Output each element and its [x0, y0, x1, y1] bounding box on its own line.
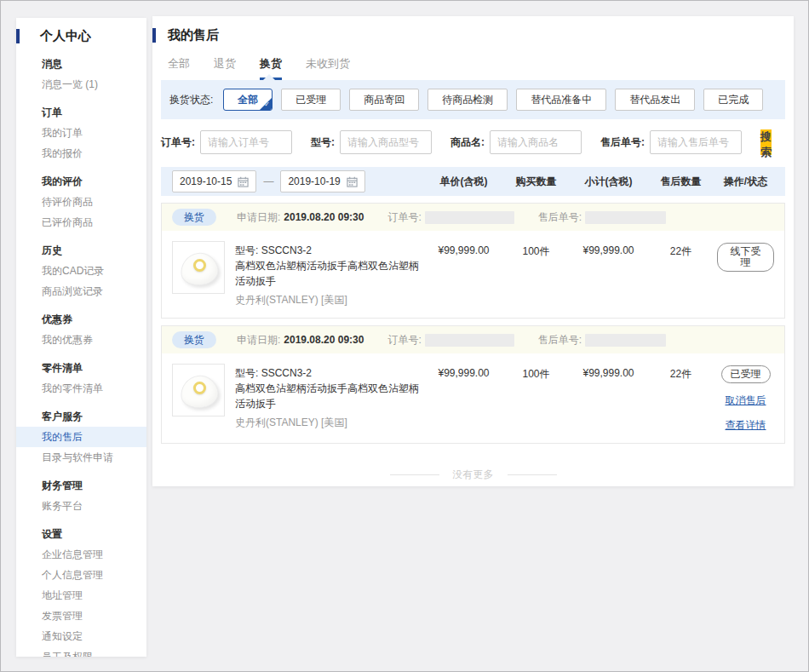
sidebar-section-customer-service: 客户服务 [16, 399, 146, 427]
order-card-body: 型号: SSCCN3-2 高档双色沾塑柄活动扳手高档双色沾塑柄活动扳手 史丹利(… [162, 231, 784, 318]
status-chip-pending-inspection[interactable]: 待商品检测 [427, 89, 508, 111]
unit-price-value: ¥99,999.00 [427, 241, 500, 256]
order-no-group: 订单号: [161, 130, 292, 154]
mask-valve-shape [193, 259, 206, 272]
sidebar-item-my-quotes[interactable]: 我的报价 [16, 143, 146, 164]
service-no-redacted [585, 211, 666, 224]
sidebar-item-address-mgmt[interactable]: 地址管理 [16, 585, 146, 606]
no-more-text: 没有更多 [453, 468, 494, 482]
product-name[interactable]: 高档双色沾塑柄活动扳手高档双色沾塑柄活动扳手 [235, 381, 427, 411]
sidebar-item-cad-history[interactable]: 我的CAD记录 [16, 261, 146, 281]
product-info: 型号: SSCCN3-2 高档双色沾塑柄活动扳手高档双色沾塑柄活动扳手 史丹利(… [235, 364, 427, 430]
sidebar-item-my-aftersales[interactable]: 我的售后 [16, 427, 146, 447]
active-tab-pointer [263, 74, 275, 80]
order-no-input[interactable] [200, 130, 292, 154]
view-details-link[interactable]: 查看详情 [717, 418, 774, 433]
sidebar-item-my-coupons[interactable]: 我的优惠券 [16, 330, 146, 350]
header-aftersales-qty: 售后数量 [645, 175, 717, 189]
sidebar-item-my-parts-list[interactable]: 我的零件清单 [16, 378, 146, 399]
cancel-aftersales-link[interactable]: 取消售后 [717, 393, 774, 408]
exchange-type-badge: 换货 [172, 209, 216, 226]
calendar-icon [238, 176, 249, 187]
product-brand: 史丹利(STANLEY) [美国] [235, 415, 427, 430]
sidebar-item-billing-platform[interactable]: 账务平台 [16, 496, 146, 516]
product-cell: 型号: SSCCN3-2 高档双色沾塑柄活动扳手高档双色沾塑柄活动扳手 史丹利(… [172, 241, 427, 307]
purchase-qty-value: 100件 [500, 364, 572, 382]
order-no-label: 订单号: [161, 135, 195, 150]
product-name[interactable]: 高档双色沾塑柄活动扳手高档双色沾塑柄活动扳手 [235, 258, 427, 289]
product-model-line: 型号: SSCCN3-2 [235, 365, 427, 381]
sidebar-item-message-list[interactable]: 消息一览 (1) [16, 74, 146, 95]
calendar-icon [347, 176, 358, 187]
service-no-label: 售后单号: [600, 135, 645, 150]
end-date-picker[interactable]: 2019-10-19 [280, 170, 364, 192]
date-range: 2019-10-15 — 2019-10-19 [172, 170, 427, 192]
status-badge: 已受理 [721, 365, 771, 383]
sidebar-item-company-info[interactable]: 企业信息管理 [16, 544, 146, 565]
status-chip-accepted[interactable]: 已受理 [281, 89, 341, 111]
sidebar-item-done-reviews[interactable]: 已评价商品 [16, 212, 146, 233]
apply-date-group: 申请日期: 2019.08.20 09:30 [237, 333, 364, 347]
service-no-redacted [585, 334, 666, 347]
product-name-input[interactable] [490, 130, 582, 154]
sidebar-item-my-orders[interactable]: 我的订单 [16, 123, 146, 143]
service-no-group: 售后单号: [538, 210, 666, 225]
product-image[interactable] [172, 241, 225, 294]
tab-not-received[interactable]: 未收到货 [306, 56, 350, 80]
model-value: SSCCN3-2 [261, 367, 312, 379]
status-chip-returned[interactable]: 商品寄回 [349, 89, 419, 111]
product-brand: 史丹利(STANLEY) [美国] [235, 292, 427, 307]
sidebar-item-personal-info[interactable]: 个人信息管理 [16, 565, 146, 585]
subtotal-value: ¥99,999.00 [572, 241, 645, 256]
model-input[interactable] [340, 130, 432, 154]
service-no-label: 售后单号: [538, 333, 582, 347]
service-no-group: 售后单号: [538, 333, 666, 347]
divider-line [390, 474, 439, 475]
tab-all[interactable]: 全部 [168, 56, 190, 80]
exchange-type-badge: 换货 [172, 331, 216, 348]
aftersales-qty-value: 22件 [645, 364, 717, 382]
start-date-picker[interactable]: 2019-10-15 [172, 170, 256, 192]
filter-label: 换货状态: [169, 93, 213, 107]
sidebar-item-browse-history[interactable]: 商品浏览记录 [16, 281, 146, 302]
check-icon [260, 98, 272, 110]
product-model-line: 型号: SSCCN3-2 [235, 243, 427, 258]
sidebar-section-history: 历史 [16, 233, 146, 261]
no-more-indicator: 没有更多 [152, 468, 794, 482]
model-group: 型号: [311, 130, 432, 154]
status-cell: 线下受理 [717, 241, 774, 272]
product-image[interactable] [172, 364, 225, 416]
purchase-qty-value: 100件 [500, 241, 572, 259]
sidebar-item-catalog-software[interactable]: 目录与软件申请 [16, 447, 146, 468]
model-label: 型号: [311, 135, 335, 150]
tab-returns[interactable]: 退货 [214, 56, 236, 80]
sidebar-section-finance: 财务管理 [16, 468, 146, 496]
service-no-input[interactable] [650, 130, 742, 154]
title-accent-bar [16, 29, 20, 43]
order-card: 换货 申请日期: 2019.08.20 09:30 订单号: 售后单号: [161, 325, 785, 444]
page-title: 我的售后 [168, 27, 219, 42]
apply-date-label: 申请日期: [237, 333, 280, 347]
status-chip-completed[interactable]: 已完成 [703, 89, 763, 111]
search-button[interactable]: 搜索 [760, 129, 772, 155]
apply-date-group: 申请日期: 2019.08.20 09:30 [237, 210, 364, 225]
apply-date-value: 2019.08.20 09:30 [284, 211, 364, 223]
sidebar: 个人中心 消息 消息一览 (1) 订单 我的订单 我的报价 我的评价 待评价商品… [16, 18, 146, 657]
sidebar-item-staff-permissions[interactable]: 员工及权限 [16, 646, 146, 657]
status-chip-all[interactable]: 全部 [223, 89, 273, 111]
sidebar-item-invoice-mgmt[interactable]: 发票管理 [16, 606, 146, 626]
status-chip-replacement-shipped[interactable]: 替代品发出 [615, 89, 695, 111]
order-card-body: 型号: SSCCN3-2 高档双色沾塑柄活动扳手高档双色沾塑柄活动扳手 史丹利(… [162, 353, 784, 443]
order-no-group: 订单号: [387, 210, 514, 225]
title-accent-bar [152, 28, 156, 43]
model-label: 型号: [235, 367, 258, 379]
header-action-status: 操作/状态 [717, 175, 774, 189]
order-no-group: 订单号: [387, 333, 514, 347]
search-row: 订单号: 型号: 商品名: 售后单号: 搜索 [161, 129, 785, 155]
sidebar-item-pending-reviews[interactable]: 待评价商品 [16, 192, 146, 212]
aftersales-tabs: 全部 退货 换货 未收到货 [152, 43, 794, 80]
chip-label: 全部 [238, 94, 258, 106]
sidebar-item-notification-settings[interactable]: 通知设定 [16, 626, 146, 646]
status-chip-replacement-preparing[interactable]: 替代品准备中 [516, 89, 606, 111]
product-name-label: 商品名: [450, 135, 485, 150]
